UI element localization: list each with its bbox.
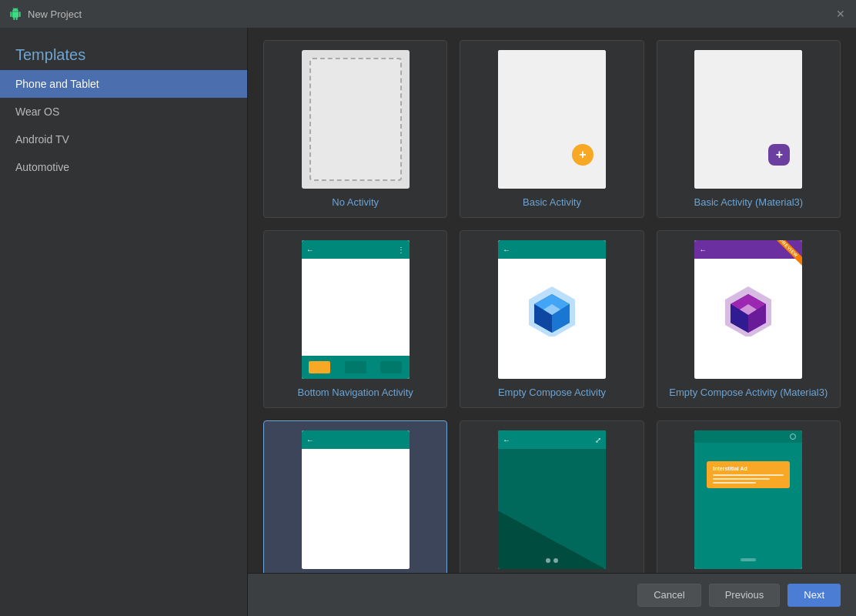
- admob-camera: [790, 434, 796, 440]
- title-bar-left: New Project: [9, 8, 82, 20]
- compose-toolbar-arrow: ←: [503, 246, 510, 254]
- dot-1: [546, 558, 550, 563]
- close-button[interactable]: ✕: [834, 8, 847, 20]
- next-button[interactable]: Next: [787, 584, 841, 607]
- template-card-empty-compose-m3[interactable]: ← PREVIEW: [657, 230, 841, 408]
- template-preview-empty-compose: ←: [498, 240, 606, 379]
- content-area: No Activity + Basic Activity + Basic: [248, 28, 856, 616]
- template-card-admob[interactable]: Interstitial Ad Google AdMob Ads Activit…: [657, 420, 841, 573]
- template-preview-basic-activity-m3: +: [694, 50, 802, 189]
- sidebar: Templates Phone and Tablet Wear OS Andro…: [0, 28, 248, 616]
- admob-line-3: [713, 482, 755, 484]
- admob-line-2: [713, 478, 770, 480]
- template-preview-admob: Interstitial Ad: [694, 430, 802, 569]
- template-label-no-activity: No Activity: [332, 196, 379, 208]
- no-activity-preview-box: [309, 58, 402, 181]
- dot-2: [553, 558, 558, 563]
- template-preview-fullscreen: ← ⤢: [498, 430, 606, 569]
- template-card-no-activity[interactable]: No Activity: [263, 40, 447, 218]
- bottom-nav-tab-1: [309, 361, 330, 373]
- template-label-empty-compose: Empty Compose Activity: [498, 387, 606, 398]
- template-card-bottom-nav[interactable]: ← ⋮ Bottom Navigation Activity: [263, 230, 447, 408]
- toolbar-arrow-icon: ←: [306, 246, 314, 254]
- empty-activity-toolbar: ←: [302, 430, 410, 449]
- template-card-empty-activity[interactable]: ← Empty Activity: [263, 420, 447, 573]
- admob-phone-bottom: [741, 558, 756, 561]
- title-bar: New Project ✕: [0, 0, 856, 28]
- fullscreen-expand-icon: ⤢: [595, 436, 601, 444]
- sidebar-item-phone-tablet[interactable]: Phone and Tablet: [0, 70, 247, 98]
- empty-activity-arrow: ←: [306, 436, 314, 444]
- basic-activity-fab: +: [572, 144, 594, 166]
- compose-m3-cube-icon: [721, 283, 775, 336]
- title-bar-title: New Project: [28, 8, 82, 20]
- compose-m3-toolbar-arrow: ←: [699, 246, 707, 254]
- sidebar-item-wear-os[interactable]: Wear OS: [0, 98, 247, 126]
- cancel-button[interactable]: Cancel: [637, 584, 701, 607]
- empty-activity-preview-box: ←: [302, 430, 410, 569]
- template-preview-basic-activity: +: [498, 50, 606, 189]
- templates-grid: No Activity + Basic Activity + Basic: [248, 28, 856, 573]
- sidebar-item-automotive[interactable]: Automotive: [0, 153, 247, 181]
- bottom-nav-tab-3: [380, 361, 402, 373]
- template-card-empty-compose[interactable]: ← Empty Compose Activity: [460, 230, 644, 408]
- template-card-basic-activity-m3[interactable]: + Basic Activity (Material3): [657, 40, 841, 218]
- admob-preview-box: Interstitial Ad: [694, 430, 802, 569]
- bottom-nav-preview-box: ← ⋮: [302, 240, 410, 379]
- admob-line-1: [713, 474, 784, 476]
- bottom-nav-toolbar: ← ⋮: [302, 240, 410, 259]
- template-label-basic-activity: Basic Activity: [523, 196, 581, 208]
- toolbar-dots-icon: ⋮: [397, 246, 405, 254]
- android-icon: [9, 8, 22, 20]
- template-label-basic-activity-m3: Basic Activity (Material3): [694, 196, 804, 208]
- admob-ad-text: Interstitial Ad: [713, 466, 784, 471]
- fullscreen-dots: [546, 558, 558, 563]
- template-preview-no-activity: [302, 50, 410, 189]
- template-label-empty-compose-m3: Empty Compose Activity (Material3): [669, 387, 828, 398]
- compose-preview-box: ←: [498, 240, 606, 379]
- sidebar-section-title: Templates: [0, 34, 247, 70]
- basic-activity-preview-box: +: [498, 50, 606, 189]
- fullscreen-toolbar: ← ⤢: [498, 430, 606, 449]
- template-label-bottom-nav: Bottom Navigation Activity: [298, 387, 413, 398]
- fullscreen-preview-box: ← ⤢: [498, 430, 606, 569]
- compose-cube-icon: [525, 283, 579, 336]
- fullscreen-arrow: ←: [503, 436, 510, 444]
- template-preview-empty-compose-m3: ← PREVIEW: [694, 240, 802, 379]
- admob-ad-lines: [713, 474, 784, 484]
- fullscreen-diagonal: [498, 449, 606, 569]
- admob-status-bar: [694, 430, 802, 443]
- compose-m3-preview-box: ← PREVIEW: [694, 240, 802, 379]
- bottom-nav-tab-2: [345, 361, 366, 373]
- bottom-nav-bar: [302, 356, 410, 379]
- basic-activity-m3-fab: +: [768, 144, 790, 166]
- template-card-basic-activity[interactable]: + Basic Activity: [460, 40, 644, 218]
- template-card-fullscreen[interactable]: ← ⤢ Ful: [460, 420, 644, 573]
- template-preview-bottom-nav: ← ⋮: [302, 240, 410, 379]
- footer: Cancel Previous Next: [248, 573, 856, 616]
- previous-button[interactable]: Previous: [709, 584, 781, 607]
- admob-ad-card: Interstitial Ad: [707, 461, 790, 488]
- compose-toolbar: ←: [498, 240, 606, 259]
- template-preview-empty-activity: ←: [302, 430, 410, 569]
- sidebar-item-android-tv[interactable]: Android TV: [0, 126, 247, 153]
- main-layout: Templates Phone and Tablet Wear OS Andro…: [0, 28, 856, 616]
- basic-activity-m3-preview-box: +: [694, 50, 802, 189]
